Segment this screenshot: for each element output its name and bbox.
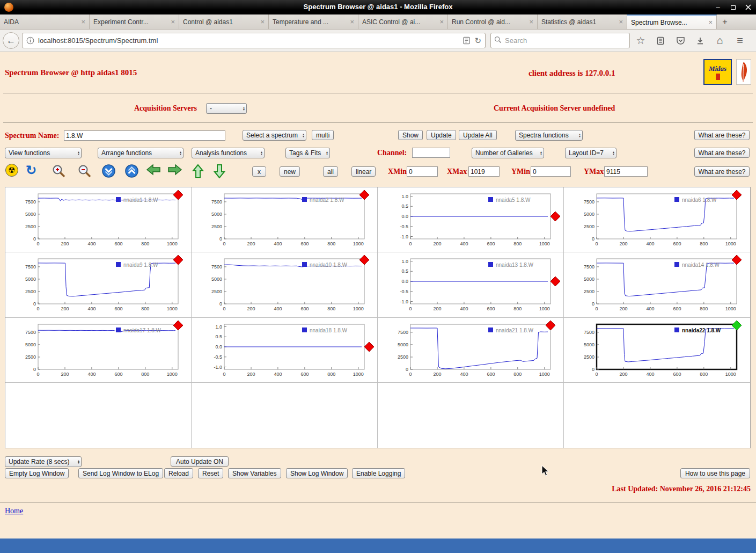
reload-button[interactable]: Reload <box>164 468 193 478</box>
tab-aida[interactable]: AIDA× <box>0 14 90 29</box>
zoom-out-icon[interactable] <box>77 164 92 179</box>
tab-close-icon[interactable]: × <box>619 18 623 25</box>
x-button[interactable]: x <box>252 166 266 177</box>
reset-button[interactable]: Reset <box>198 468 223 478</box>
tab-asic-control-ai[interactable]: ASIC Control @ ai...× <box>358 14 448 29</box>
update-rate-dropdown[interactable]: Update Rate (8 secs) ▴▾ <box>5 456 82 467</box>
home-link[interactable]: Home <box>5 507 23 515</box>
select-spectrum-dropdown[interactable]: Select a spectrum ▴▾ <box>243 130 306 141</box>
spectrum-name-input[interactable] <box>64 130 225 141</box>
maximize-button[interactable] <box>729 4 737 11</box>
what-are-these-button-1[interactable]: What are these? <box>694 130 750 140</box>
tab-statistics-aidas1[interactable]: Statistics @ aidas1× <box>538 14 627 29</box>
arrow-up-icon[interactable] <box>192 164 204 179</box>
multi-button[interactable]: multi <box>312 130 334 140</box>
channel-input[interactable] <box>412 148 450 158</box>
what-are-these-button-3[interactable]: What are these? <box>694 166 750 177</box>
ymax-input[interactable] <box>604 166 648 177</box>
url-bar[interactable]: localhost:8015/Spectrum/Spectrum.tml ↻ <box>22 33 486 48</box>
show-button[interactable]: Show <box>398 130 423 140</box>
download-icon[interactable] <box>695 35 706 46</box>
tab-control-aidas1[interactable]: Control @ aidas1× <box>179 14 269 29</box>
tags-fits-dropdown[interactable]: Tags & Fits ▴▾ <box>285 148 330 158</box>
what-are-these-button-2[interactable]: What are these? <box>694 148 750 158</box>
svg-text:1000: 1000 <box>539 241 550 246</box>
enable-logging-button[interactable]: Enable Logging <box>352 468 405 478</box>
chart-cell-nnaida14[interactable]: 025005000750002004006008001000nnaida14 1… <box>564 252 750 317</box>
tab-temperature-and[interactable]: Temperature and ...× <box>269 14 358 29</box>
chart-cell-nnaida1[interactable]: 025005000750002004006008001000nnaida1 1.… <box>5 187 192 252</box>
analysis-functions-dropdown[interactable]: Analysis functions ▴▾ <box>192 148 265 158</box>
update-button[interactable]: Update <box>427 130 456 140</box>
tab-close-icon[interactable]: × <box>439 18 444 25</box>
tab-close-icon[interactable]: × <box>81 18 85 25</box>
svg-text:nnaida22 1.8.W: nnaida22 1.8.W <box>682 327 721 333</box>
arrow-down-icon[interactable] <box>214 164 225 179</box>
tab-close-icon[interactable]: × <box>260 18 265 25</box>
chart-cell-nnaida18[interactable]: 1.00.50.0-0.5-1.002004006008001000nnaida… <box>192 318 378 383</box>
back-button[interactable]: ← <box>3 32 19 49</box>
chart-cell-nnaida5[interactable]: 1.00.50.0-0.5-1.002004006008001000nnaida… <box>378 187 564 252</box>
minimize-button[interactable]: – <box>714 4 722 11</box>
tab-close-icon[interactable]: × <box>350 18 354 25</box>
how-to-use-button[interactable]: How to use this page <box>680 468 750 478</box>
xmin-input[interactable] <box>407 166 438 177</box>
site-info-icon[interactable] <box>26 37 34 45</box>
tab-close-icon[interactable]: × <box>529 18 533 25</box>
pocket-icon[interactable] <box>675 35 686 46</box>
chart-cell-nnaida17[interactable]: 025005000750002004006008001000nnaida17 1… <box>5 318 192 383</box>
nuclear-icon[interactable]: ☢ <box>5 164 18 177</box>
tab-close-icon[interactable]: × <box>708 19 713 26</box>
tab-close-icon[interactable]: × <box>171 18 175 25</box>
chart-cell-nnaida9[interactable]: 025005000750002004006008001000nnaida9 1.… <box>5 252 192 317</box>
acquisition-server-select[interactable]: - ▴▾ <box>206 103 247 114</box>
svg-text:600: 600 <box>114 372 122 377</box>
new-tab-button[interactable]: + <box>717 14 733 29</box>
search-box[interactable] <box>490 33 630 48</box>
spectra-functions-dropdown[interactable]: Spectra functions ▴▾ <box>515 130 583 141</box>
xmax-label: XMax <box>447 168 467 176</box>
view-functions-dropdown[interactable]: View functions ▴▾ <box>5 148 82 158</box>
layout-id-dropdown[interactable]: Layout ID=7 ▴▾ <box>565 148 616 158</box>
arrow-left-icon[interactable] <box>146 164 161 176</box>
arrange-functions-dropdown[interactable]: Arrange functions ▴▾ <box>98 148 184 158</box>
empty-log-window-button[interactable]: Empty Log Window <box>5 468 69 478</box>
arrow-right-icon[interactable] <box>167 164 182 176</box>
close-button[interactable] <box>744 4 752 11</box>
xmax-input[interactable] <box>468 166 500 177</box>
tab-spectrum-browse[interactable]: Spectrum Browse...× <box>627 14 717 29</box>
chart-cell-nnaida22[interactable]: 025005000750002004006008001000nnaida22 1… <box>564 318 750 383</box>
tab-experiment-contr[interactable]: Experiment Contr...× <box>90 14 179 29</box>
tcl-logo[interactable] <box>736 59 751 85</box>
menu-icon[interactable]: ≡ <box>735 35 745 46</box>
scroll-up-icon[interactable] <box>124 164 139 178</box>
chart-cell-nnaida10[interactable]: 025005000750002004006008001000nnaida10 1… <box>192 252 378 317</box>
chart-cell-nnaida13[interactable]: 1.00.50.0-0.5-1.002004006008001000nnaida… <box>378 252 564 317</box>
number-of-galleries-dropdown[interactable]: Number of Galleries ▴▾ <box>472 148 544 158</box>
xmin-label: XMin <box>388 168 407 176</box>
reload-icon[interactable]: ↻ <box>474 36 481 46</box>
show-log-window-button[interactable]: Show Log Window <box>286 468 348 478</box>
zoom-in-icon[interactable] <box>52 164 67 179</box>
home-icon[interactable]: ⌂ <box>715 35 725 46</box>
search-input[interactable] <box>505 37 626 45</box>
linear-button[interactable]: linear <box>351 166 376 177</box>
refresh-icon[interactable]: ↻ <box>26 164 36 177</box>
chart-cell-nnaida6[interactable]: 025005000750002004006008001000nnaida6 1.… <box>564 187 750 252</box>
scroll-down-icon[interactable] <box>101 164 116 178</box>
midas-logo[interactable]: Midas <box>703 59 732 85</box>
chart-cell-nnaida21[interactable]: 025005000750002004006008001000nnaida21 1… <box>378 318 564 383</box>
reader-mode-icon[interactable] <box>463 37 471 45</box>
all-button[interactable]: all <box>323 166 338 177</box>
chart-cell-nnaida2[interactable]: 025005000750002004006008001000nnaida2 1.… <box>192 187 378 252</box>
url-text[interactable]: localhost:8015/Spectrum/Spectrum.tml <box>38 37 459 45</box>
send-log-window-to-elog-button[interactable]: Send Log Window to ELog <box>78 468 163 478</box>
ymin-input[interactable] <box>531 166 571 177</box>
update-all-button[interactable]: Update All <box>459 130 497 140</box>
show-variables-button[interactable]: Show Variables <box>228 468 281 478</box>
new-button[interactable]: new <box>280 166 300 177</box>
bookmarks-menu-icon[interactable] <box>655 35 666 46</box>
auto-update-button[interactable]: Auto Update ON <box>171 456 229 467</box>
tab-run-control-aid[interactable]: Run Control @ aid...× <box>448 14 538 29</box>
bookmark-star-icon[interactable]: ☆ <box>635 35 646 46</box>
